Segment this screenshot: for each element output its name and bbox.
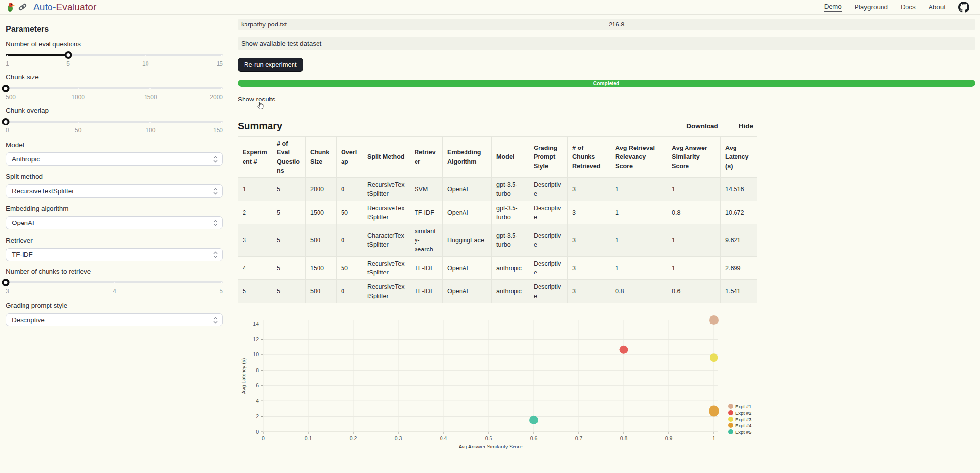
slider-tick-dot xyxy=(114,282,116,284)
parameters-sidebar: Parameters Number of eval questions 1510… xyxy=(0,15,230,473)
download-button[interactable]: Download xyxy=(686,123,718,130)
embedding-select-group: Embedding algorithm OpenAI xyxy=(6,205,223,229)
legend-label: Expt #1 xyxy=(735,403,751,409)
column-header: Split Method xyxy=(363,137,410,178)
chart-point[interactable] xyxy=(709,405,719,416)
table-cell: 1 xyxy=(667,178,721,201)
table-cell: 3 xyxy=(568,178,611,201)
main-content: karpathy-pod.txt 216.8 Show available te… xyxy=(231,15,980,473)
y-tick-label: 0 xyxy=(256,428,259,434)
stepper-icon xyxy=(213,219,218,227)
table-cell: 1 xyxy=(611,178,667,201)
rerun-experiment-button[interactable]: Re-run experiment xyxy=(238,58,303,72)
x-tick-label: 1 xyxy=(712,435,715,441)
github-icon[interactable] xyxy=(958,2,969,13)
legend-label: Expt #4 xyxy=(735,423,751,428)
chunk-size-slider[interactable]: Chunk size 500100015002000 xyxy=(6,74,223,100)
table-row: 25150050RecursiveTextSplitterTF-IDFOpenA… xyxy=(238,201,757,224)
nav-link-playground[interactable]: Playground xyxy=(855,3,888,11)
eval-questions-slider[interactable]: Number of eval questions 151015 xyxy=(6,40,223,67)
retriever-select[interactable]: TF-IDF xyxy=(6,248,223,261)
column-header: Avg Retrieval Relevancy Score xyxy=(611,137,667,178)
slider-tick-label: 1500 xyxy=(144,94,157,100)
table-cell: OpenAI xyxy=(443,178,492,201)
chart-point[interactable] xyxy=(709,315,719,325)
legend-label: Expt #3 xyxy=(735,416,751,422)
num-chunks-slider[interactable]: Number of chunks to retrieve 345 xyxy=(6,268,223,295)
slider-handle[interactable] xyxy=(2,85,10,92)
table-cell: 5 xyxy=(272,224,306,257)
split-method-select[interactable]: RecursiveTextSplitter xyxy=(6,184,223,198)
slider-track[interactable] xyxy=(6,279,223,286)
table-cell: RecursiveTextSplitter xyxy=(363,280,410,303)
slider-track[interactable] xyxy=(6,118,223,125)
top-navbar: Auto-Evaluator Demo Playground Docs Abou… xyxy=(0,0,980,15)
slider-label: Number of eval questions xyxy=(6,40,223,48)
table-cell: RecursiveTextSplitter xyxy=(363,256,410,280)
table-cell: 1 xyxy=(667,224,721,257)
table-cell: anthropic xyxy=(492,256,529,280)
slider-tick-dot xyxy=(221,55,222,56)
expander-label: Show available test dataset xyxy=(241,40,321,47)
slider-tick-label: 10 xyxy=(142,60,148,67)
slider-tick-dot xyxy=(145,55,146,56)
model-label: Model xyxy=(6,141,223,149)
table-cell: 0.6 xyxy=(667,280,721,303)
slider-handle[interactable] xyxy=(2,279,10,286)
model-select[interactable]: Anthropic xyxy=(6,152,223,166)
table-cell: 3 xyxy=(568,280,611,303)
slider-track[interactable] xyxy=(6,85,223,92)
table-cell: gpt-3.5-turbo xyxy=(492,178,529,201)
table-cell: 3 xyxy=(238,224,272,257)
slider-handle[interactable] xyxy=(64,51,72,59)
slider-track[interactable] xyxy=(6,51,223,58)
chart-point[interactable] xyxy=(620,346,628,354)
slider-label: Number of chunks to retrieve xyxy=(6,268,223,275)
embedding-select[interactable]: OpenAI xyxy=(6,216,223,229)
x-tick-label: 0.7 xyxy=(575,435,583,441)
slider-tick-label: 5 xyxy=(220,288,223,295)
nav-link-about[interactable]: About xyxy=(929,3,946,11)
hide-button[interactable]: Hide xyxy=(739,123,753,130)
slider-handle[interactable] xyxy=(2,118,10,125)
chart-point[interactable] xyxy=(710,353,718,362)
nav-link-docs[interactable]: Docs xyxy=(901,3,916,11)
nav-link-demo[interactable]: Demo xyxy=(824,3,842,12)
table-cell: 1.541 xyxy=(721,280,757,303)
table-cell: 5 xyxy=(238,280,272,303)
test-dataset-expander[interactable]: Show available test dataset xyxy=(238,37,975,50)
scatter-chart: 0246810121400.10.20.30.40.50.60.70.80.91… xyxy=(238,312,756,459)
progress-fill: Completed xyxy=(238,80,975,87)
grading-style-select[interactable]: Descriptive xyxy=(6,313,223,326)
table-cell: 500 xyxy=(306,224,337,257)
slider-tick-label: 2000 xyxy=(210,94,223,100)
table-cell: 0 xyxy=(337,280,363,303)
slider-tick-dot xyxy=(149,122,151,123)
chart-point[interactable] xyxy=(529,416,538,424)
slider-tick-label: 3 xyxy=(6,288,9,295)
table-cell: 1 xyxy=(238,178,272,201)
x-tick-label: 0.5 xyxy=(485,435,492,441)
grading-style-label: Grading prompt style xyxy=(6,302,223,309)
table-cell: 0.8 xyxy=(611,280,667,303)
embedding-label: Embedding algorithm xyxy=(6,205,223,212)
retriever-value: TF-IDF xyxy=(12,251,33,258)
table-cell: 1 xyxy=(611,201,667,224)
y-tick-label: 12 xyxy=(253,336,259,342)
table-cell: RecursiveTextSplitter xyxy=(363,201,410,224)
column-header: Retriever xyxy=(410,137,443,178)
table-cell: gpt-3.5-turbo xyxy=(492,201,529,224)
legend-label: Expt #2 xyxy=(735,410,751,415)
table-cell: HuggingFace xyxy=(443,224,492,257)
y-tick-label: 14 xyxy=(253,321,259,326)
hand-cursor-icon xyxy=(256,101,264,112)
slider-ticks: 151015 xyxy=(6,59,223,67)
embedding-value: OpenAI xyxy=(12,219,34,226)
brand: Auto-Evaluator xyxy=(6,2,97,13)
grading-style-select-group: Grading prompt style Descriptive xyxy=(6,302,223,326)
y-tick-label: 8 xyxy=(256,367,259,373)
table-cell: 10.672 xyxy=(721,201,757,224)
x-tick-label: 0.6 xyxy=(530,435,538,441)
model-value: Anthropic xyxy=(12,155,40,163)
chunk-overlap-slider[interactable]: Chunk overlap 050100150 xyxy=(6,107,223,134)
